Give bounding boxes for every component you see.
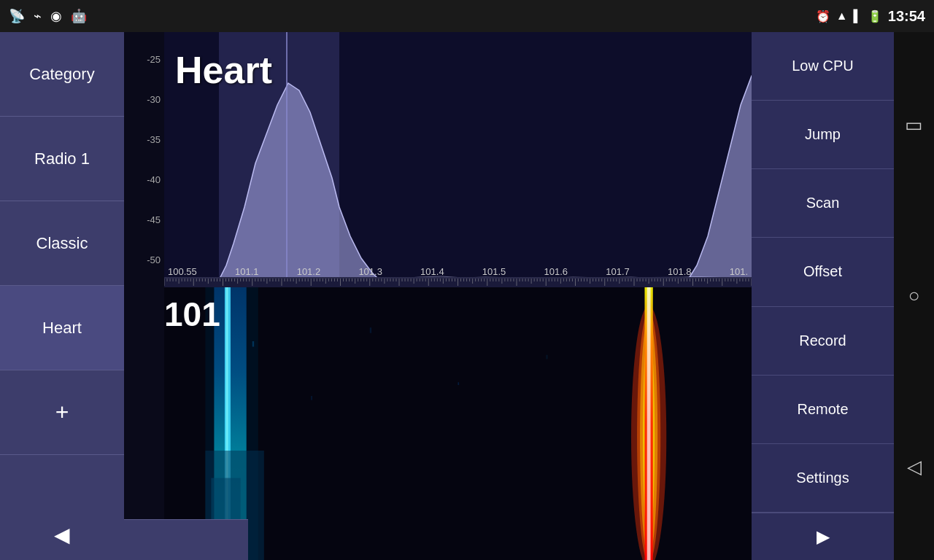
x-label-1: 101.1 <box>235 266 259 277</box>
x-axis: 100.55 101.1 101.2 101.3 101.4 101.5 101… <box>164 266 752 277</box>
sidebar-item-radio1[interactable]: Radio 1 <box>0 117 124 201</box>
x-label-5: 101.5 <box>482 266 506 277</box>
low-cpu-button[interactable]: Low CPU <box>752 32 894 101</box>
svg-rect-221 <box>252 341 254 347</box>
jump-button[interactable]: Jump <box>752 101 894 169</box>
prev-nav-area <box>124 519 248 560</box>
next-arrow-icon: ▶ <box>817 526 830 547</box>
android-icon: 🤖 <box>71 8 87 24</box>
offset-button[interactable]: Offset <box>752 238 894 306</box>
remote-button[interactable]: Remote <box>752 376 894 444</box>
circle-nav-icon[interactable]: ○ <box>908 284 920 307</box>
frequency-ruler <box>164 277 752 286</box>
status-icons-right: ⏰ ▲ ▌ 🔋 13:54 <box>816 8 925 25</box>
record-button[interactable]: Record <box>752 307 894 376</box>
clock: 13:54 <box>888 8 925 25</box>
usb-icon: ⌁ <box>34 8 42 24</box>
y-label-25: -25 <box>124 54 164 65</box>
frequency-display: 101 <box>164 295 220 334</box>
y-label-30: -30 <box>124 94 164 105</box>
spectrum-title: Heart <box>175 48 272 92</box>
x-label-2: 101.2 <box>297 266 321 277</box>
x-label-8: 101.8 <box>668 266 692 277</box>
y-axis: -25 -30 -35 -40 -45 -50 <box>124 32 164 280</box>
settings-button[interactable]: Settings <box>752 444 894 513</box>
back-nav-icon[interactable]: ◁ <box>907 456 922 478</box>
y-label-45: -45 <box>124 214 164 225</box>
signal-bars-icon: ▌ <box>854 9 862 23</box>
status-bar: 📡 ⌁ ◉ 🤖 ⏰ ▲ ▌ 🔋 13:54 <box>0 0 934 32</box>
svg-rect-224 <box>458 382 460 385</box>
scan-button[interactable]: Scan <box>752 169 894 238</box>
spectrum-bottom <box>248 519 711 560</box>
battery-icon: 🔋 <box>868 9 882 23</box>
alarm-icon: ⏰ <box>816 9 830 23</box>
svg-rect-222 <box>311 396 312 400</box>
wifi-icon: ◉ <box>50 8 62 24</box>
x-label-3: 101.3 <box>358 266 382 277</box>
x-label-4: 101.4 <box>420 266 444 277</box>
status-icons-left: 📡 ⌁ ◉ 🤖 <box>9 8 87 24</box>
svg-rect-223 <box>370 327 371 333</box>
sidebar: Category Radio 1 Classic Heart + ◀ <box>0 32 124 560</box>
sidebar-item-classic[interactable]: Classic <box>0 201 124 286</box>
square-nav-icon[interactable]: ▭ <box>905 114 923 136</box>
android-nav-strip: ▭ ○ ◁ <box>894 32 934 560</box>
y-label-50: -50 <box>124 254 164 265</box>
podcast-icon: 📡 <box>9 8 25 24</box>
next-button[interactable]: ▶ <box>752 513 894 560</box>
add-item-button[interactable]: + <box>0 370 124 455</box>
main-content: Category Radio 1 Classic Heart + ◀ -25 -… <box>0 32 934 560</box>
sidebar-item-heart[interactable]: Heart <box>0 286 124 370</box>
bottom-navigation <box>124 519 711 560</box>
svg-rect-225 <box>546 355 547 359</box>
sidebar-item-category[interactable]: Category <box>0 32 124 117</box>
x-label-0: 100.55 <box>168 266 197 277</box>
right-panel: Low CPU Jump Scan Offset Record Remote S… <box>752 32 894 560</box>
spectrum-display[interactable]: -25 -30 -35 -40 -45 -50 Heart 101 <box>124 32 752 560</box>
x-label-9: 101. <box>730 266 748 277</box>
y-label-35: -35 <box>124 134 164 145</box>
wifi-signal-icon: ▲ <box>836 9 848 23</box>
x-label-6: 101.6 <box>544 266 568 277</box>
y-label-40: -40 <box>124 174 164 185</box>
prev-button[interactable]: ◀ <box>0 510 124 560</box>
x-label-7: 101.7 <box>606 266 630 277</box>
